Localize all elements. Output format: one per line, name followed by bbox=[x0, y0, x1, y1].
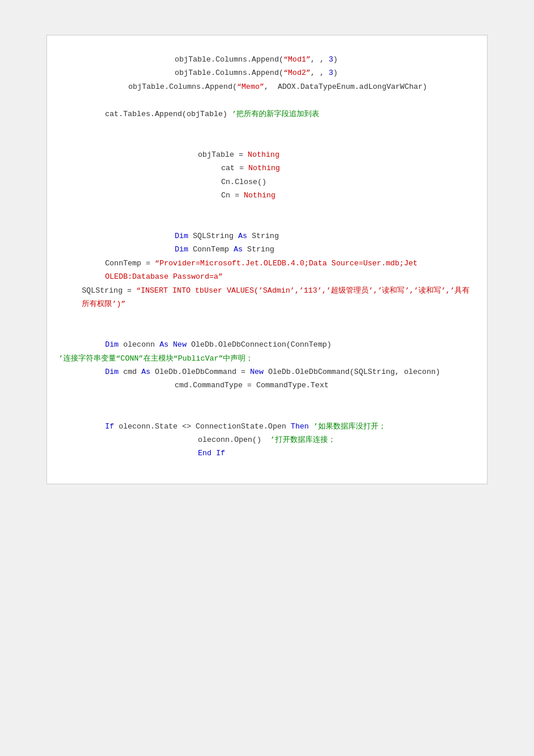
code-line: cat.Tables.Append(objTable) ’把所有的新字段追加到表 bbox=[59, 107, 475, 121]
code-line bbox=[59, 121, 475, 134]
code-line: End If bbox=[59, 447, 475, 460]
code-line bbox=[59, 134, 475, 147]
code-line: SQLString = “INSERT INTO tbUser VALUES(’… bbox=[59, 284, 475, 311]
code-line: ’连接字符串变量“CONN”在主模块“PublicVar”中声明； bbox=[59, 352, 475, 365]
code-line: cat = Nothing bbox=[59, 161, 475, 175]
code-line: objTable.Columns.Append(“Mod2”, , 3) bbox=[59, 66, 475, 80]
code-line: Cn.Close() bbox=[59, 175, 475, 189]
code-line: objTable.Columns.Append(“Memo”, ADOX.Dat… bbox=[59, 80, 475, 93]
code-line bbox=[59, 393, 475, 406]
code-line: objTable.Columns.Append(“Mod1”, , 3) bbox=[59, 53, 475, 66]
code-line: Dim SQLString As String bbox=[59, 229, 475, 243]
code-block: objTable.Columns.Append(“Mod1”, , 3)objT… bbox=[59, 53, 475, 460]
code-line bbox=[59, 216, 475, 229]
code-line bbox=[59, 406, 475, 419]
code-line: objTable = Nothing bbox=[59, 148, 475, 161]
code-line: cmd.CommandType = CommandType.Text bbox=[59, 379, 475, 392]
code-line: Dim cmd As OleDb.OleDbCommand = New OleD… bbox=[59, 365, 475, 379]
code-line bbox=[59, 311, 475, 324]
code-line: Dim ConnTemp As String bbox=[59, 243, 475, 256]
code-line bbox=[59, 202, 475, 215]
code-line bbox=[59, 93, 475, 107]
code-line: oleconn.Open() ’打开数据库连接； bbox=[59, 433, 475, 447]
code-line: ConnTemp = “Provider=Microsoft.Jet.OLEDB… bbox=[59, 257, 475, 284]
code-container: objTable.Columns.Append(“Mod1”, , 3)objT… bbox=[46, 35, 488, 484]
code-line: Dim oleconn As New OleDb.OleDbConnection… bbox=[59, 338, 475, 351]
code-line: Cn = Nothing bbox=[59, 189, 475, 202]
code-line: If oleconn.State <> ConnectionState.Open… bbox=[59, 420, 475, 433]
code-line bbox=[59, 325, 475, 338]
